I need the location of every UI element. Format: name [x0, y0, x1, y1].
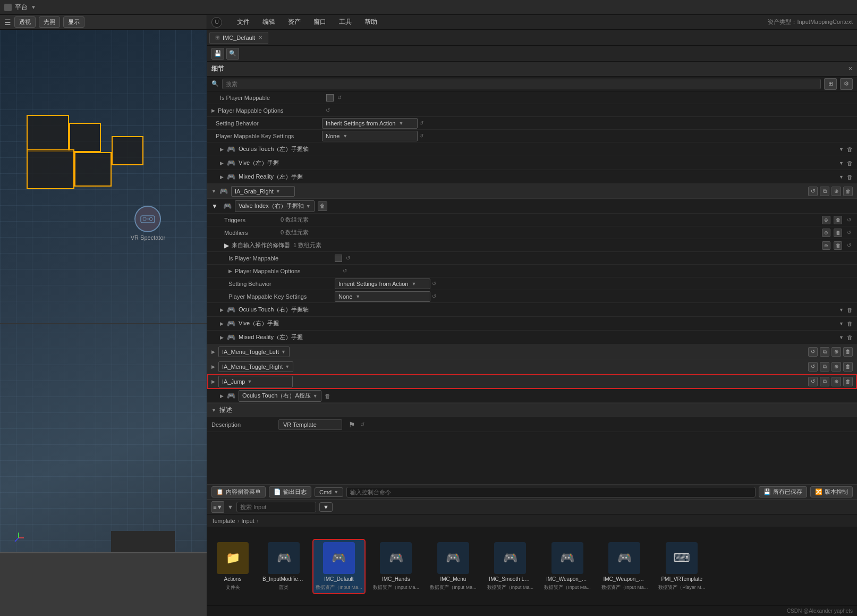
file-item[interactable]: 🎮IMC_Weapon_Left数据资产（Input Ma... [542, 540, 593, 593]
details-close-btn[interactable]: ✕ [848, 65, 853, 72]
from-action-add-btn[interactable]: ⊕ [822, 241, 830, 250]
device-row-oculus-left[interactable]: ▶ 🎮 Oculus Touch（左）手握轴 ▼ 🗑 [207, 142, 857, 156]
device-delete-vive-left[interactable]: 🗑 [847, 160, 853, 166]
player-mappable-key-dropdown-1[interactable]: None ▼ [322, 131, 418, 141]
menu-edit[interactable]: 编辑 [260, 16, 277, 28]
search-input[interactable] [222, 79, 821, 89]
player-mappable-options-row-1[interactable]: ▶ Player Mappable Options ↺ [207, 104, 857, 117]
ia-menu-right-add[interactable]: ⊕ [831, 362, 841, 372]
version-control-btn[interactable]: 🔀 版本控制 [810, 486, 853, 497]
oculus-a-dropdown[interactable]: Oculus Touch（右）A按压 ▼ [239, 390, 321, 402]
save-all-btn[interactable]: 💾 所有已保存 [759, 486, 807, 497]
menu-assets[interactable]: 资产 [286, 16, 303, 28]
platform-dropdown[interactable]: 平台 [15, 3, 28, 12]
ia-menu-toggle-left-section[interactable]: ▶ IA_Menu_Toggle_Left ▼ ↺ ⧉ ⊕ 🗑 [207, 344, 857, 359]
valve-index-row[interactable]: ▼ 🎮 Valve Index（右）手握轴 ▼ 🗑 [207, 199, 857, 214]
file-item[interactable]: ⌨PMI_VRTemplate数据资产（Player M... [656, 540, 707, 593]
ia-menu-left-copy[interactable]: ⧉ [820, 347, 829, 357]
desc-header[interactable]: ▼ 描述 [207, 403, 857, 417]
ia-menu-toggle-right-section[interactable]: ▶ IA_Menu_Toggle_Right ▼ ↺ ⧉ ⊕ 🗑 [207, 359, 857, 374]
ia-menu-right-delete[interactable]: 🗑 [843, 362, 853, 372]
device-row-vive-left[interactable]: ▶ 🎮 Vive（左）手握 ▼ 🗑 [207, 156, 857, 170]
ia-menu-right-copy[interactable]: ⧉ [820, 362, 829, 372]
device-delete-mixed-right[interactable]: 🗑 [847, 334, 853, 341]
ia-jump-refresh[interactable]: ↺ [808, 377, 818, 386]
file-item[interactable]: 📁Actions文件夹 [211, 540, 254, 593]
reset-player-mappable-key-2[interactable]: ↺ [430, 293, 438, 299]
browse-tool-btn[interactable]: 🔍 [226, 48, 239, 60]
ia-grab-right-section[interactable]: ▼ 🎮 IA_Grab_Right ▼ ↺ ⧉ ⊕ 🗑 [207, 184, 857, 199]
content-area[interactable]: Is Player Mappable ↺ ▶ Player Mappable O… [207, 91, 857, 484]
reset-modifiers[interactable]: ↺ [845, 230, 853, 235]
player-mappable-options-row-2[interactable]: ▶ Player Mappable Options ↺ [207, 265, 857, 277]
file-search-input[interactable] [236, 502, 316, 512]
ia-menu-left-add[interactable]: ⊕ [831, 347, 841, 357]
menu-file[interactable]: 文件 [235, 16, 252, 28]
desc-value-box[interactable]: VR Template [278, 419, 342, 430]
breadcrumb-input[interactable]: Input [241, 518, 254, 524]
triggers-add-btn[interactable]: ⊕ [822, 216, 830, 224]
expand-icon-2[interactable]: ▶ [228, 268, 235, 274]
tab-close-btn[interactable]: ✕ [258, 35, 262, 40]
file-item[interactable]: 🎮IMC_Menu数据资产（Input Ma... [428, 540, 479, 593]
reset-triggers[interactable]: ↺ [845, 217, 853, 223]
device-delete-mixed-left[interactable]: 🗑 [847, 174, 853, 180]
device-expand-oculus-left[interactable]: ▶ [220, 147, 224, 152]
device-row-oculus-right[interactable]: ▶ 🎮 Oculus Touch（右）手握轴 ▼ 🗑 [207, 303, 857, 317]
ia-grab-right-expand[interactable]: ▼ [211, 189, 216, 194]
lighting-btn[interactable]: 光照 [39, 16, 60, 28]
device-delete-vive-right[interactable]: 🗑 [847, 320, 853, 327]
ia-grab-right-add[interactable]: ⊕ [831, 187, 841, 196]
device-delete-oculus-a[interactable]: 🗑 [325, 393, 330, 399]
expand-icon-1[interactable]: ▶ [211, 108, 218, 113]
ia-grab-right-copy[interactable]: ⧉ [820, 187, 829, 196]
setting-behavior-dropdown-2[interactable]: Inherit Settings from Action ▼ [335, 279, 430, 289]
menu-tools[interactable]: 工具 [337, 16, 354, 28]
device-row-oculus-a[interactable]: ▶ 🎮 Oculus Touch（右）A按压 ▼ 🗑 [207, 389, 857, 403]
file-view-dropdown[interactable]: ▼ [319, 502, 333, 512]
ia-grab-right-delete[interactable]: 🗑 [843, 187, 853, 196]
player-mappable-key-dropdown-2[interactable]: None ▼ [335, 291, 430, 302]
device-expand-mixed-left[interactable]: ▶ [220, 174, 224, 180]
win-minimize-btn[interactable] [4, 4, 12, 11]
valve-delete[interactable]: 🗑 [318, 201, 327, 211]
file-item[interactable]: 🎮IMC_Default数据资产（Input Ma... [313, 540, 364, 593]
reset-is-player-mappable-2[interactable]: ↺ [344, 255, 352, 261]
device-delete-oculus-left[interactable]: 🗑 [847, 146, 853, 153]
menu-window[interactable]: 窗口 [311, 16, 328, 28]
ia-jump-expand[interactable]: ▶ [211, 379, 215, 384]
menu-help[interactable]: 帮助 [362, 16, 379, 28]
is-player-mappable-checkbox-1[interactable] [326, 94, 334, 102]
cmd-input[interactable] [346, 487, 756, 497]
reset-player-mappable-2[interactable]: ↺ [341, 268, 349, 274]
content-menu-btn[interactable]: 📋 内容侧滑菜单 [211, 486, 266, 497]
reset-player-mappable-key-1[interactable]: ↺ [418, 133, 425, 139]
modifiers-delete-btn[interactable]: 🗑 [834, 229, 842, 237]
display-btn[interactable]: 显示 [63, 16, 84, 28]
device-row-mixed-right[interactable]: ▶ 🎮 Mixed Reality（左）手握 ▼ 🗑 [207, 331, 857, 344]
ia-jump-add[interactable]: ⊕ [831, 377, 841, 386]
ia-jump-copy[interactable]: ⧉ [820, 377, 829, 386]
device-expand-mixed-right[interactable]: ▶ [220, 335, 224, 340]
device-row-mixed-left[interactable]: ▶ 🎮 Mixed Reality（左）手握 ▼ 🗑 [207, 170, 857, 184]
reset-player-mappable-1[interactable]: ↺ [324, 107, 332, 113]
output-log-btn[interactable]: 📄 输出日志 [269, 486, 311, 497]
ia-menu-toggle-right-dropdown[interactable]: IA_Menu_Toggle_Right ▼ [218, 361, 293, 372]
device-delete-oculus-right[interactable]: 🗑 [847, 307, 853, 313]
ia-menu-left-refresh[interactable]: ↺ [808, 347, 818, 357]
setting-behavior-dropdown-1[interactable]: Inherit Settings from Action ▼ [322, 118, 418, 129]
reset-is-player-mappable-1[interactable]: ↺ [336, 95, 343, 100]
ia-menu-left-delete[interactable]: 🗑 [843, 347, 853, 357]
triggers-delete-btn[interactable]: 🗑 [834, 216, 842, 224]
ia-grab-right-dropdown[interactable]: IA_Grab_Right ▼ [231, 186, 295, 197]
desc-expand-icon[interactable]: ▼ [211, 408, 216, 413]
ia-menu-toggle-left-dropdown[interactable]: IA_Menu_Toggle_Left ▼ [218, 347, 290, 357]
imc-default-tab[interactable]: ⊞ IMC_Default ✕ [209, 32, 268, 44]
modifiers-add-btn[interactable]: ⊕ [822, 229, 830, 237]
save-tool-btn[interactable]: 💾 [211, 48, 224, 60]
ia-menu-right-refresh[interactable]: ↺ [808, 362, 818, 372]
hamburger-icon[interactable]: ☰ [4, 18, 11, 27]
ia-menu-left-expand[interactable]: ▶ [211, 349, 215, 355]
ia-menu-right-expand[interactable]: ▶ [211, 364, 215, 369]
reset-setting-behavior-1[interactable]: ↺ [418, 120, 425, 126]
